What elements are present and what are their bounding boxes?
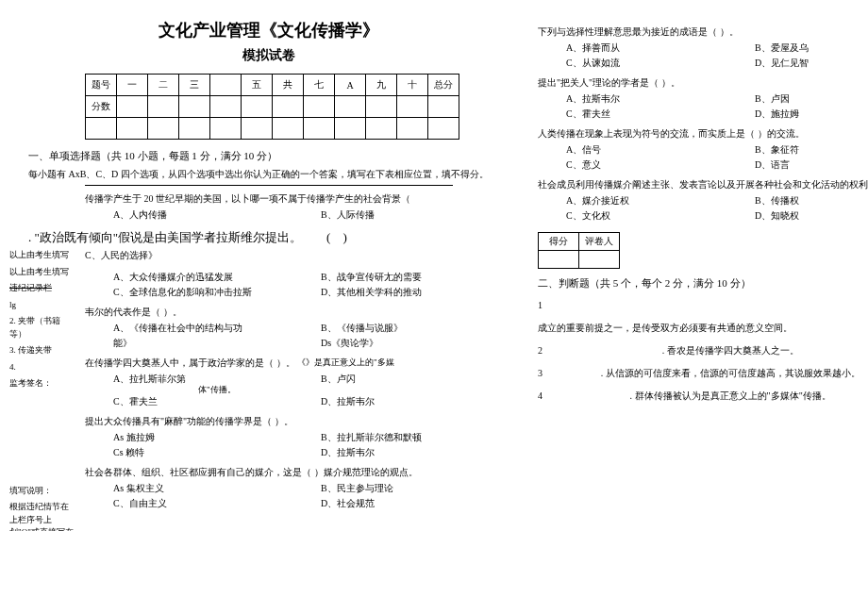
option: D、见仁见智 <box>755 57 868 70</box>
sidebar-text: 填写说明： <box>9 485 75 498</box>
tf-item: 3 . 从信源的可信度来看，信源的可信度越高，其说服效果越小。 ( ) <box>538 366 868 381</box>
score-header-cell: 九 <box>366 75 397 96</box>
option: D、社会规范 <box>321 497 509 510</box>
option: B、爱屋及乌 <box>755 41 868 55</box>
option: D、知晓权 <box>755 209 868 223</box>
score-header-cell: 共 <box>273 75 304 96</box>
option: C、霍夫兰 <box>113 395 321 408</box>
score-header-cell: 总分 <box>428 75 459 96</box>
option: D、拉斯韦尔 <box>321 446 509 459</box>
option: C、意义 <box>566 158 755 172</box>
tf-item: 成立的重要前提之一，是传受双方必须要有共通的意义空间。 ( ) <box>538 321 868 336</box>
option: Cs 赖特 <box>113 446 321 459</box>
option: A、拉斯韦尔 <box>566 92 755 106</box>
score-table: 题号 一 二 三 五 共 七 A 九 十 总分 分数 <box>85 74 459 140</box>
option: B、象征符 <box>755 143 868 157</box>
tf-item: 1 . 传播 <box>538 298 868 313</box>
option: A、媒介接近权 <box>566 194 755 207</box>
option: A、大众传播媒介的迅猛发展 <box>113 271 321 284</box>
option: B、卢因 <box>755 92 868 106</box>
stray-text: C、人民的选择》 <box>85 248 509 263</box>
option: C、全球信息化的影响和冲击拉斯 <box>113 286 321 299</box>
section-heading: 一、单项选择题（共 10 小题，每题 1 分，满分 10 分） <box>28 149 509 163</box>
option: A、拉扎斯菲尔第体"传播。 <box>113 373 321 386</box>
sidebar-text: 4. <box>9 361 75 374</box>
tf-text: . 群体传播被认为是真正意义上的"多媒体"传播。 <box>630 389 831 404</box>
question-stem: 韦尔的代表作是（ ）。 <box>85 305 509 320</box>
question-stem: 传播学产生于 20 世纪早期的美国，以卜哪一项不属于传播学产生的社会背景（ <box>85 191 509 207</box>
section-note: 每小题有 AxB、C、D 四个选项，从四个选项中选出你认为正确的一个答案，填写在… <box>28 167 509 181</box>
section-heading: 二、判断题（共 5 个，每个 2 分，满分 10 分） <box>538 276 868 290</box>
question-stem: 下列与选择性理解意思最为接近的成语是（ ）。 <box>538 25 868 40</box>
sidebar-text: 违纪记录栏 <box>9 282 75 295</box>
page-subtitle: 模拟试卷 <box>28 47 509 64</box>
score-header-cell <box>210 75 242 96</box>
score-header-cell: 题号 <box>86 75 117 96</box>
sidebar-text: lg <box>9 299 75 312</box>
option: Ds《舆论学》 <box>321 337 509 350</box>
option: C、霍夫丝 <box>566 108 755 121</box>
sidebar-text: 以上由考生填写 <box>9 249 75 262</box>
question-stem: 提出大众传播具有"麻醉"功能的传播学界是（ ）。 <box>85 414 509 429</box>
tf-item: 2 . 香农是传播学四大奠基人之一。 ( ) <box>538 343 868 358</box>
score-header-cell: 一 <box>117 75 148 96</box>
option: A、《传播在社会中的结构与功 <box>113 322 321 335</box>
tf-number: 2 <box>538 343 542 358</box>
tf-text: . 从信源的可信度来看，信源的可信度越高，其说服效果越小。 <box>601 366 860 381</box>
option: B、传播权 <box>755 194 868 207</box>
option: B、人际传播 <box>321 208 509 222</box>
question-stem: 提出"把关人"理论的学者是（ ）。 <box>538 75 868 91</box>
small-score-cell: 评卷人 <box>579 233 620 251</box>
score-header-cell: 十 <box>397 75 428 96</box>
option: C、自由主义 <box>113 497 321 510</box>
question-stem: 在传播学四大奠基人中，属于政治学家的是（ ）。 《》是真正意义上的"多媒 <box>85 356 509 371</box>
option: A、择善而从 <box>566 41 755 55</box>
sidebar-text: 2. 夹带（书籍等） <box>9 315 75 340</box>
opt-text: A、拉扎斯菲尔第 <box>113 373 186 384</box>
tf-number: 4 <box>538 389 542 404</box>
option: D、其他相关学科的推动 <box>321 286 509 299</box>
small-score-table: 得分 评卷人 <box>538 232 620 269</box>
question-text: 在传播学四大奠基人中，属于政治学家的是（ ）。 <box>85 357 295 368</box>
score-header-cell: 五 <box>242 75 273 96</box>
option: B、拉扎斯菲尔德和默顿 <box>321 431 509 444</box>
question-stem: 社会各群体、组织、社区都应拥有自己的媒介，这是（ ）媒介规范理论的观点。 <box>85 465 509 480</box>
option: A、信号 <box>566 143 755 157</box>
small-score-cell: 得分 <box>539 233 579 251</box>
question-stem: 社会成员利用传播媒介阐述主张、发表言论以及开展各种社会和文化活动的权利是（ ）× <box>538 177 868 192</box>
option: As 集权主义 <box>113 482 321 495</box>
tf-number: 3 <box>538 366 542 381</box>
option: D、施拉姆 <box>755 108 868 121</box>
opt-sub: 体"传播。 <box>198 384 236 396</box>
score-header-cell: A <box>335 75 366 96</box>
option: A、人内传播 <box>113 208 321 222</box>
option: B、战争宣传研尢的需要 <box>321 271 509 284</box>
sidebar-text: 根据违纪情节在上栏序号上划"O"或直接写在第 4 项，并在总分栏写"违纪" <box>9 501 75 531</box>
special-line: . "政治既有倾向"假说是由美国学者拉斯维尔提出。 ( ) <box>28 229 509 246</box>
option: D、语言 <box>755 158 868 172</box>
sidebar-text: 以上由考生填写 <box>9 266 75 279</box>
tf-item: 4 . 群体传播被认为是真正意义上的"多媒体"传播。 ( ) <box>538 389 868 404</box>
option: C、从谏如流 <box>566 57 755 70</box>
score-header-cell: 二 <box>148 75 179 96</box>
side-note: 《》是真正意义上的"多媒 <box>297 356 394 369</box>
option: D、拉斯韦尔 <box>321 395 509 408</box>
question-stem: 人类传播在现象上表现为符号的交流，而实质上是（ ）的交流。 <box>538 126 868 141</box>
page-title: 文化产业管理《文化传播学》 <box>28 19 509 41</box>
option: 能》 <box>113 337 321 350</box>
option: C、文化权 <box>566 209 755 223</box>
tf-text: . 香农是传播学四大奠基人之一。 <box>662 343 799 358</box>
option: B、卢闪 <box>321 373 509 386</box>
sidebar-text: 3. 传递夹带 <box>9 344 75 357</box>
tf-number: 1 <box>538 298 542 313</box>
sidebar-text: 监考签名： <box>9 377 75 390</box>
option: As 施拉姆 <box>113 431 321 444</box>
option: B、《传播与说服》 <box>321 322 509 335</box>
score-header-cell: 三 <box>179 75 210 96</box>
tf-text: 成立的重要前提之一，是传受双方必须要有共通的意义空间。 <box>538 321 793 336</box>
option: B、民主参与理论 <box>321 482 509 495</box>
score-row-label: 分数 <box>86 96 117 118</box>
score-header-cell: 七 <box>304 75 335 96</box>
